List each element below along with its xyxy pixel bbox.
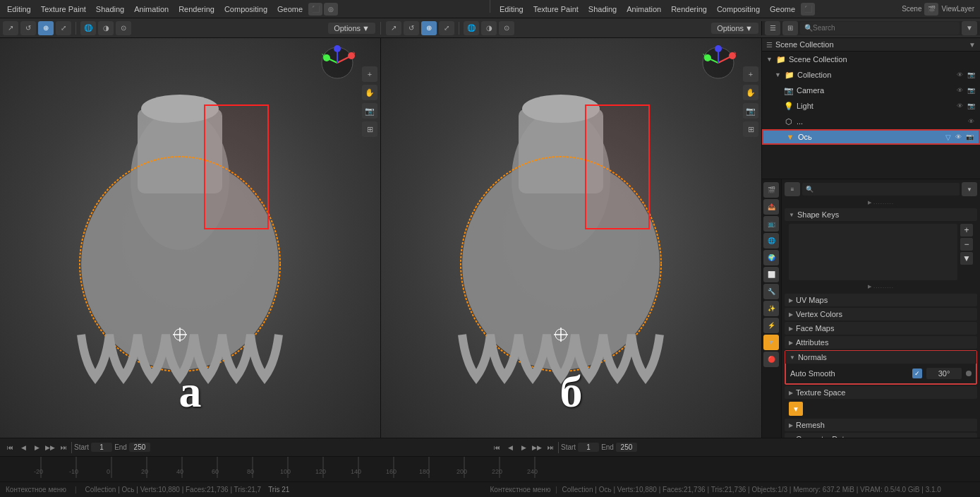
shading-tool-right[interactable]: ◑: [481, 21, 497, 35]
rotate-tool-right[interactable]: ↺: [404, 21, 419, 35]
render-icon-camera[interactable]: 📷: [966, 85, 976, 95]
options-btn-left[interactable]: Options ▼: [328, 23, 375, 34]
left-viewport[interactable]: X Y Z + ✋ 📷 ⊞: [0, 38, 381, 438]
obj-props-icon[interactable]: ⬜: [763, 267, 779, 282]
props-header-icon[interactable]: ☰: [765, 21, 780, 35]
modifier-props-icon[interactable]: 🔧: [763, 284, 779, 299]
options-btn-right[interactable]: Options ▼: [711, 23, 758, 34]
eye-icon-camera[interactable]: 👁: [955, 85, 964, 95]
tl-jump-end-right[interactable]: ⏭: [545, 442, 556, 453]
eye-icon-light[interactable]: 👁: [955, 101, 964, 111]
menu-editing[interactable]: Editing: [3, 4, 35, 15]
eye-icon-ellipsis[interactable]: 👁: [966, 116, 976, 126]
menu-rendering-r[interactable]: Rendering: [667, 4, 711, 15]
props-search-input[interactable]: [813, 24, 955, 32]
scene-props-icon[interactable]: 🌐: [763, 233, 779, 248]
camera-btn-left[interactable]: 📷: [362, 103, 377, 119]
zoom-in-btn-right[interactable]: +: [743, 66, 758, 82]
grid-btn-right[interactable]: ⊞: [743, 121, 758, 137]
tl-play-left[interactable]: ▶: [31, 442, 42, 453]
tl-step-fwd-right[interactable]: ▶▶: [531, 442, 543, 453]
render-icon-osh[interactable]: 📷: [964, 132, 974, 142]
grid-btn-left[interactable]: ⊞: [362, 121, 377, 137]
ellipsis-row[interactable]: ⬡ ... 👁: [762, 114, 980, 129]
transform-tool-left[interactable]: ⤢: [56, 21, 71, 35]
physics-props-icon[interactable]: ⚡: [763, 318, 779, 333]
camera-icon-collection[interactable]: 📷: [966, 70, 976, 80]
camera-btn-right[interactable]: 📷: [743, 103, 758, 119]
end-value-right[interactable]: 250: [616, 443, 637, 452]
start-value-right[interactable]: 1: [578, 443, 599, 452]
snap-tool-left[interactable]: ⊕: [38, 21, 54, 35]
select-tool-left[interactable]: ↗: [3, 21, 18, 35]
props-display-icon[interactable]: ⊞: [782, 21, 798, 35]
attributes-header[interactable]: ▶ Attributes: [785, 336, 977, 349]
props-ctrl-1[interactable]: ≡: [785, 182, 800, 196]
tl-jump-end-left[interactable]: ⏭: [58, 442, 69, 453]
face-maps-header[interactable]: ▶ Face Maps: [785, 322, 977, 335]
light-row[interactable]: 💡 Light 👁 📷: [762, 98, 980, 114]
tl-step-back-right[interactable]: ◀: [504, 442, 516, 453]
overlay-tool-right[interactable]: ⊙: [499, 21, 514, 35]
osh-row[interactable]: ▼ Ось ▽ 👁 📷: [762, 129, 980, 145]
tl-step-back-left[interactable]: ◀: [18, 442, 29, 453]
mode-icon-left[interactable]: ⬛: [308, 3, 322, 16]
render-props-icon[interactable]: 🎬: [763, 182, 779, 198]
shading-tool-left[interactable]: ◑: [98, 21, 114, 35]
uv-maps-header[interactable]: ▶ UV Maps: [785, 294, 977, 306]
shape-key-add-btn[interactable]: +: [960, 224, 973, 236]
remesh-header[interactable]: ▶ Remesh: [785, 419, 977, 431]
pan-btn-left[interactable]: ✋: [362, 85, 377, 100]
outliner-filter-icon[interactable]: ▼: [969, 41, 976, 49]
rotate-tool-left[interactable]: ↺: [20, 21, 36, 35]
menu-compositing-r[interactable]: Compositing: [713, 4, 764, 15]
mode-icon-right[interactable]: ⬛: [801, 3, 815, 16]
end-value-left[interactable]: 250: [129, 443, 150, 452]
menu-animation-r[interactable]: Animation: [622, 4, 665, 15]
scene-icon[interactable]: 🎬: [924, 3, 938, 16]
camera-row[interactable]: 📷 Camera 👁 📷: [762, 83, 980, 98]
world-props-icon[interactable]: 🌍: [763, 250, 779, 265]
props-ctrl-2[interactable]: ▼: [962, 182, 977, 196]
pivot-icon-left[interactable]: ◎: [324, 3, 338, 16]
shape-keys-header[interactable]: ▼ Shape Keys: [785, 208, 977, 221]
shape-key-more-btn[interactable]: ▼: [960, 252, 973, 265]
shape-key-remove-btn[interactable]: −: [960, 238, 973, 251]
normals-header[interactable]: ▼ Normals: [785, 351, 976, 364]
collection-row[interactable]: ▼ 📁 Collection 👁 📷: [762, 67, 980, 83]
view-tool-left[interactable]: 🌐: [80, 21, 96, 35]
menu-rendering[interactable]: Rendering: [174, 4, 219, 15]
start-value-left[interactable]: 1: [91, 443, 112, 452]
context-menu-right[interactable]: Контекстное меню: [490, 486, 551, 493]
menu-shading-r[interactable]: Shading: [584, 4, 621, 15]
zoom-in-btn-left[interactable]: +: [362, 66, 377, 82]
view-tool-right[interactable]: 🌐: [464, 21, 479, 35]
context-menu-left[interactable]: Контекстное меню: [6, 486, 66, 493]
overlay-tool-left[interactable]: ⊙: [116, 21, 131, 35]
eye-icon-collection[interactable]: 👁: [955, 70, 964, 80]
material-props-icon[interactable]: 🔴: [763, 352, 779, 367]
tl-step-fwd-left[interactable]: ▶▶: [44, 442, 56, 453]
menu-animation[interactable]: Animation: [130, 4, 173, 15]
menu-texture-paint[interactable]: Texture Paint: [37, 4, 90, 15]
render-icon-light[interactable]: 📷: [966, 101, 976, 111]
particles-props-icon[interactable]: ✨: [763, 301, 779, 316]
menu-geome-r[interactable]: Geome: [766, 4, 799, 15]
data-props-icon[interactable]: ▼: [763, 335, 779, 350]
view-props-icon[interactable]: 📺: [763, 216, 779, 232]
tl-play-right[interactable]: ▶: [518, 442, 529, 453]
select-tool-right[interactable]: ↗: [386, 21, 401, 35]
menu-compositing[interactable]: Compositing: [220, 4, 272, 15]
menu-texture-paint-r[interactable]: Texture Paint: [529, 4, 583, 15]
tl-jump-start-right[interactable]: ⏮: [491, 442, 502, 453]
snap-tool-right[interactable]: ⊕: [421, 21, 437, 35]
auto-smooth-value[interactable]: 30°: [926, 368, 962, 379]
filter-btn[interactable]: ▼: [962, 21, 977, 35]
menu-shading[interactable]: Shading: [92, 4, 128, 15]
transform-tool-right[interactable]: ⤢: [439, 21, 454, 35]
auto-smooth-checkbox[interactable]: ✓: [912, 369, 922, 378]
eye-icon-osh[interactable]: 👁: [953, 132, 963, 142]
geometry-data-header[interactable]: ▶ Geometry Data: [785, 433, 977, 438]
outliner-view-icon[interactable]: ☰: [766, 41, 773, 49]
texture-space-header[interactable]: ▶ Texture Space: [785, 386, 977, 399]
